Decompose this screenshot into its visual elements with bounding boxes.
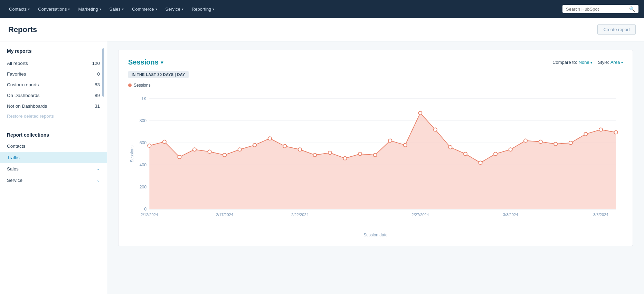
svg-point-42 bbox=[584, 132, 587, 136]
svg-point-38 bbox=[524, 139, 527, 143]
svg-point-17 bbox=[208, 150, 211, 154]
svg-text:2/27/2024: 2/27/2024 bbox=[411, 213, 429, 217]
svg-point-13 bbox=[148, 144, 151, 147]
svg-text:2/22/2024: 2/22/2024 bbox=[291, 213, 309, 217]
nav-contacts[interactable]: Contacts ▾ bbox=[6, 4, 33, 14]
svg-point-21 bbox=[268, 137, 272, 140]
svg-point-35 bbox=[479, 161, 482, 165]
main-layout: My reports All reports 120 Favorites 0 C… bbox=[0, 41, 644, 294]
nav-service[interactable]: Service ▾ bbox=[162, 4, 187, 14]
sidebar-item-traffic-collection[interactable]: Traffic bbox=[0, 152, 107, 163]
search-box[interactable]: 🔍 bbox=[562, 5, 638, 13]
style-dropdown[interactable]: Area ▾ bbox=[610, 60, 623, 65]
chevron-down-icon: ⌄ bbox=[97, 167, 100, 171]
chart-title[interactable]: Sessions ▾ bbox=[128, 58, 163, 66]
svg-text:400: 400 bbox=[140, 163, 147, 167]
sidebar-item-all-reports[interactable]: All reports 120 bbox=[0, 58, 107, 69]
svg-text:3/3/2024: 3/3/2024 bbox=[503, 213, 518, 217]
svg-point-39 bbox=[539, 140, 542, 144]
svg-point-28 bbox=[373, 153, 377, 157]
nav-items: Contacts ▾ Conversations ▾ Marketing ▾ S… bbox=[6, 4, 218, 14]
scroll-track bbox=[102, 41, 105, 294]
sidebar-item-contacts-collection[interactable]: Contacts bbox=[0, 140, 107, 152]
svg-point-18 bbox=[223, 153, 226, 157]
svg-point-44 bbox=[614, 131, 617, 134]
svg-point-19 bbox=[238, 148, 242, 151]
svg-point-43 bbox=[599, 128, 603, 131]
create-report-button[interactable]: Create report bbox=[597, 24, 636, 35]
svg-point-23 bbox=[298, 148, 302, 151]
sessions-chart-section: Sessions ▾ Compare to: None ▾ Style: bbox=[118, 50, 633, 246]
svg-text:800: 800 bbox=[140, 118, 147, 123]
nav-conversations[interactable]: Conversations ▾ bbox=[35, 4, 73, 14]
report-collections-title: Report collections bbox=[0, 129, 107, 140]
svg-point-14 bbox=[163, 140, 166, 144]
nav-marketing[interactable]: Marketing ▾ bbox=[75, 4, 104, 14]
svg-text:2/12/2024: 2/12/2024 bbox=[141, 213, 158, 217]
my-reports-title: My reports bbox=[0, 48, 107, 58]
svg-point-40 bbox=[554, 142, 557, 146]
sidebar-item-sales-collection[interactable]: Sales ⌄ bbox=[0, 163, 107, 175]
chart-container: 02004006008001KSessions2/12/20242/17/202… bbox=[128, 92, 623, 237]
sidebar-divider bbox=[7, 125, 100, 125]
svg-text:1K: 1K bbox=[141, 96, 146, 101]
svg-point-25 bbox=[328, 151, 332, 155]
sidebar-item-favorites[interactable]: Favorites 0 bbox=[0, 69, 107, 79]
page-header: Reports Create report bbox=[0, 18, 644, 41]
area-chart: 02004006008001KSessions2/12/20242/17/202… bbox=[128, 92, 623, 230]
style-control: Style: Area ▾ bbox=[598, 60, 623, 65]
svg-point-27 bbox=[358, 152, 362, 156]
svg-text:0: 0 bbox=[144, 207, 146, 212]
scroll-thumb[interactable] bbox=[102, 48, 104, 97]
svg-point-16 bbox=[193, 148, 196, 151]
sidebar-item-on-dashboards[interactable]: On Dashboards 89 bbox=[0, 90, 107, 101]
nav-sales[interactable]: Sales ▾ bbox=[106, 4, 127, 14]
chart-controls: Compare to: None ▾ Style: Area ▾ bbox=[552, 60, 623, 65]
chevron-down-icon: ▾ bbox=[212, 7, 214, 11]
chart-header: Sessions ▾ Compare to: None ▾ Style: bbox=[128, 58, 623, 66]
svg-point-41 bbox=[569, 141, 572, 145]
date-range-badge[interactable]: IN THE LAST 30 DAYS | DAY bbox=[128, 71, 189, 78]
svg-point-20 bbox=[253, 143, 256, 147]
search-input[interactable] bbox=[566, 7, 627, 12]
chevron-down-icon: ▾ bbox=[68, 7, 70, 11]
nav-commerce[interactable]: Commerce ▾ bbox=[129, 4, 161, 14]
sidebar-item-not-on-dashboards[interactable]: Not on Dashboards 31 bbox=[0, 101, 107, 111]
nav-reporting[interactable]: Reporting ▾ bbox=[188, 4, 218, 14]
svg-point-32 bbox=[434, 128, 437, 131]
svg-point-36 bbox=[494, 152, 497, 156]
chevron-down-icon: ▾ bbox=[100, 7, 101, 11]
chevron-down-icon: ▾ bbox=[182, 7, 183, 11]
sidebar-item-service-collection[interactable]: Service ⌄ bbox=[0, 175, 107, 186]
compare-to-control: Compare to: None ▾ bbox=[552, 60, 592, 65]
svg-point-26 bbox=[343, 157, 347, 160]
svg-point-37 bbox=[509, 148, 512, 151]
x-axis-label: Session date bbox=[128, 233, 623, 237]
svg-point-24 bbox=[313, 153, 316, 157]
svg-text:200: 200 bbox=[140, 185, 147, 189]
caret-down-icon: ▾ bbox=[161, 60, 163, 65]
svg-text:2/17/2024: 2/17/2024 bbox=[216, 213, 233, 217]
compare-to-dropdown[interactable]: None ▾ bbox=[579, 60, 593, 65]
chevron-down-icon: ▾ bbox=[122, 7, 124, 11]
caret-down-icon: ▾ bbox=[621, 61, 623, 65]
svg-point-31 bbox=[418, 111, 422, 115]
svg-text:Sessions: Sessions bbox=[130, 146, 134, 163]
content-area: Sessions ▾ Compare to: None ▾ Style: bbox=[107, 41, 644, 294]
svg-text:600: 600 bbox=[140, 140, 147, 145]
legend-dot-sessions bbox=[128, 84, 132, 87]
sidebar-item-custom-reports[interactable]: Custom reports 83 bbox=[0, 79, 107, 90]
sidebar: My reports All reports 120 Favorites 0 C… bbox=[0, 41, 107, 294]
chevron-down-icon: ⌄ bbox=[97, 178, 100, 183]
chevron-down-icon: ▾ bbox=[155, 7, 157, 11]
chart-legend: Sessions bbox=[128, 83, 623, 88]
svg-point-29 bbox=[388, 139, 392, 143]
svg-point-22 bbox=[283, 145, 286, 148]
svg-text:3/8/2024: 3/8/2024 bbox=[593, 213, 608, 217]
restore-deleted-link[interactable]: Restore deleted reports bbox=[0, 111, 107, 121]
svg-point-33 bbox=[448, 146, 452, 149]
svg-point-30 bbox=[404, 143, 407, 147]
chevron-down-icon: ▾ bbox=[28, 7, 30, 11]
page-title: Reports bbox=[8, 25, 37, 34]
top-navigation: Contacts ▾ Conversations ▾ Marketing ▾ S… bbox=[0, 0, 644, 18]
